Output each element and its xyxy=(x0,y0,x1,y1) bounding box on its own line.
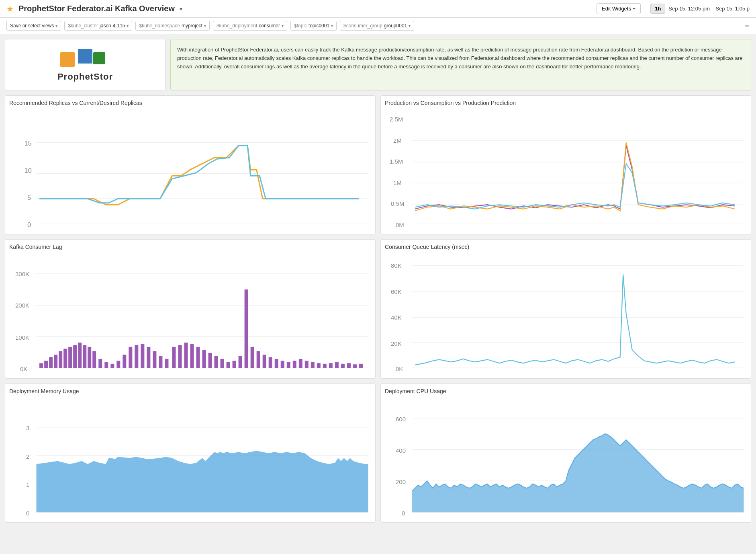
svg-rect-74 xyxy=(221,359,224,368)
title-chevron-icon[interactable]: ▾ xyxy=(180,6,182,12)
svg-rect-2 xyxy=(93,52,105,64)
svg-rect-96 xyxy=(353,365,357,368)
svg-rect-47 xyxy=(63,349,67,368)
svg-rect-97 xyxy=(359,364,363,368)
topic-label: $topic xyxy=(294,23,307,29)
time-range-selector: 1h Sep 15, 12:05 pm – Sep 15, 1:05 p xyxy=(650,4,750,14)
svg-rect-88 xyxy=(305,361,309,368)
svg-text:1.5M: 1.5M xyxy=(390,158,403,165)
logo-panel: ProphetStor xyxy=(5,39,166,90)
svg-rect-60 xyxy=(135,345,138,368)
production-chart-svg: 0M 0.5M 1M 1.5M 2M 2.5M 12:15 12:30 12:4… xyxy=(385,109,747,230)
kube-cluster-select[interactable]: $kube_cluster jason-4-115 ▾ xyxy=(64,21,132,31)
svg-rect-76 xyxy=(233,361,236,368)
filter-bar: Save or select views ▾ $kube_cluster jas… xyxy=(0,18,756,34)
svg-text:13:00: 13:00 xyxy=(338,517,354,518)
time-range-label: Sep 15, 12:05 pm – Sep 15, 1:05 p xyxy=(668,6,750,12)
production-chart-title: Production vs Consumption vs Production … xyxy=(385,100,747,106)
svg-text:12:45: 12:45 xyxy=(632,373,649,374)
svg-rect-83 xyxy=(275,359,278,368)
svg-text:1M: 1M xyxy=(393,179,402,186)
svg-rect-80 xyxy=(257,351,260,368)
svg-text:1: 1 xyxy=(26,481,29,488)
replicas-chart-title: Recommended Replicas vs Current/Desired … xyxy=(9,100,371,106)
svg-text:40K: 40K xyxy=(391,314,402,321)
svg-text:0K: 0K xyxy=(396,365,403,372)
consumer-group-label: $consumer_group xyxy=(343,23,382,29)
topic-select[interactable]: $topic topic0001 ▾ xyxy=(290,21,337,31)
kube-deployment-label: $kube_deployment xyxy=(217,23,257,29)
time-preset-button[interactable]: 1h xyxy=(650,4,665,14)
svg-text:12:45: 12:45 xyxy=(632,517,649,518)
svg-rect-84 xyxy=(281,361,284,368)
kafka-lag-chart-svg: 0K 100K 200K 300K 12:15 12:30 12:45 13:0… xyxy=(9,253,371,374)
top-section: ProphetStor With integration of ProphetS… xyxy=(5,39,751,90)
kube-namespace-label: $kube_namespace xyxy=(139,23,180,29)
kube-deployment-select[interactable]: $kube_deployment consumer ▾ xyxy=(213,21,287,31)
svg-rect-86 xyxy=(293,361,296,368)
svg-rect-57 xyxy=(116,361,120,368)
svg-text:12:15: 12:15 xyxy=(463,229,480,230)
kube-cluster-value: jason-4-115 xyxy=(100,23,125,29)
queue-latency-chart-svg: 0K 20K 40K 60K 80K 12:15 12:30 12:45 13:… xyxy=(385,253,747,374)
consumer-group-select[interactable]: $consumer_group group0001 ▾ xyxy=(340,21,414,31)
svg-rect-93 xyxy=(335,362,339,368)
kube-cluster-chevron-icon: ▾ xyxy=(127,24,129,28)
favorite-star[interactable]: ★ xyxy=(6,4,14,14)
svg-text:12:15: 12:15 xyxy=(463,517,480,518)
svg-text:0M: 0M xyxy=(396,222,404,228)
svg-text:12:15: 12:15 xyxy=(88,229,104,230)
queue-latency-chart-title: Consumer Queue Latency (msec) xyxy=(385,244,747,250)
svg-rect-87 xyxy=(299,359,302,368)
cpu-chart-svg: 0 200 400 600 12:15 12:30 12:45 13:00 xyxy=(385,398,747,518)
svg-text:12:30: 12:30 xyxy=(548,517,564,518)
svg-text:2M: 2M xyxy=(393,137,402,144)
edit-widgets-button[interactable]: Edit Widgets + xyxy=(597,3,641,14)
svg-rect-0 xyxy=(60,52,75,67)
svg-rect-56 xyxy=(110,364,114,368)
svg-text:5: 5 xyxy=(27,194,31,201)
svg-rect-85 xyxy=(287,362,290,368)
replicas-chart-panel: Recommended Replicas vs Current/Desired … xyxy=(5,95,376,234)
svg-rect-71 xyxy=(202,350,206,368)
svg-rect-89 xyxy=(311,362,315,368)
svg-text:3: 3 xyxy=(26,425,29,431)
description-text: With integration of ProphetStor Federato… xyxy=(177,46,744,71)
cpu-chart-area: 0 200 400 600 12:15 12:30 12:45 13:00 xyxy=(385,398,747,518)
svg-rect-55 xyxy=(104,362,108,368)
svg-rect-73 xyxy=(215,356,218,368)
svg-text:0: 0 xyxy=(27,221,31,228)
svg-rect-48 xyxy=(68,347,72,368)
views-chevron-icon: ▾ xyxy=(55,24,57,28)
svg-text:12:15: 12:15 xyxy=(88,517,104,518)
kafka-lag-chart-panel: Kafka Consumer Lag 0K 100K 200K 300K 12:… xyxy=(5,239,376,378)
views-label: Save or select views xyxy=(10,23,54,29)
svg-rect-49 xyxy=(73,345,77,368)
svg-text:12:45: 12:45 xyxy=(632,229,649,230)
kube-namespace-select[interactable]: $kube_namespace myproject ▾ xyxy=(135,21,209,31)
svg-text:15: 15 xyxy=(25,140,32,147)
svg-text:60K: 60K xyxy=(391,288,402,295)
svg-rect-78 xyxy=(245,289,248,368)
svg-rect-63 xyxy=(153,351,156,368)
memory-chart-area: 0 1 2 3 12:15 12:30 12:45 13:00 xyxy=(9,398,371,518)
svg-marker-137 xyxy=(412,434,744,512)
svg-text:2: 2 xyxy=(26,453,29,460)
queue-latency-chart-panel: Consumer Queue Latency (msec) 0K 20K 40K… xyxy=(380,239,751,378)
page-title: ProphetStor Federator.ai Kafka Overview xyxy=(18,4,175,13)
production-chart-area: 0M 0.5M 1M 1.5M 2M 2.5M 12:15 12:30 12:4… xyxy=(385,109,747,230)
svg-text:200K: 200K xyxy=(15,302,29,309)
kube-deployment-chevron-icon: ▾ xyxy=(282,24,284,28)
svg-rect-91 xyxy=(323,364,327,368)
views-select[interactable]: Save or select views ▾ xyxy=(6,21,61,31)
svg-rect-50 xyxy=(78,343,82,368)
svg-rect-82 xyxy=(269,357,272,368)
edit-filters-icon[interactable]: ✏ xyxy=(745,23,750,29)
cpu-chart-title: Deployment CPU Usage xyxy=(385,388,747,394)
svg-text:0: 0 xyxy=(402,509,405,516)
svg-text:12:30: 12:30 xyxy=(172,373,188,374)
svg-text:12:30: 12:30 xyxy=(548,229,564,230)
svg-text:400: 400 xyxy=(396,447,406,453)
svg-text:13:00: 13:00 xyxy=(713,517,730,518)
prophetstor-link[interactable]: ProphetStor Federator.ai xyxy=(221,47,278,53)
